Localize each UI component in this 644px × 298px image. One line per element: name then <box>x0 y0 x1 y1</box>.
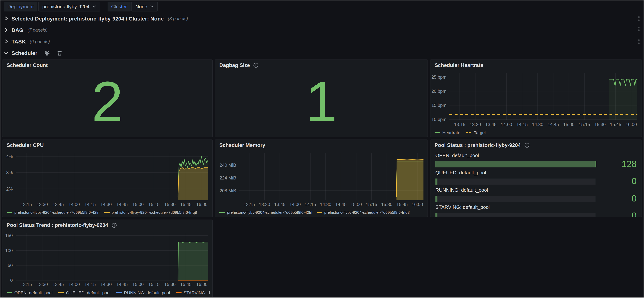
svg-text:13:45: 13:45 <box>274 202 286 207</box>
legend-label: prehistoric-flyby-9204-scheduler-7d69b5f… <box>227 210 312 215</box>
legend-swatch <box>316 212 322 213</box>
panel-header[interactable]: Pool Status Trend : prehistoric-flyby-92… <box>2 220 212 231</box>
svg-text:14:00: 14:00 <box>68 202 80 207</box>
memory-chart: 13:1513:3013:4514:0014:1514:3014:4515:00… <box>215 151 428 208</box>
legend-label: OPEN: default_pool <box>14 290 52 295</box>
legend-item[interactable]: prehistoric-flyby-9204-scheduler-7d69b5f… <box>104 210 197 215</box>
panel-scheduler-heartrate: Scheduler Heartrate 13:1513:3013:4514:00… <box>430 59 642 137</box>
panel-title-text: Pool Status Trend : prehistoric-flyby-92… <box>6 222 108 228</box>
legend-swatch <box>219 212 225 213</box>
bar-gauge-running: RUNNING: default_pool 0 <box>435 187 637 202</box>
chevron-right-icon <box>4 16 9 21</box>
svg-text:15:30: 15:30 <box>164 202 176 207</box>
svg-text:14:30: 14:30 <box>100 202 112 207</box>
legend-item[interactable]: prehistoric-flyby-9204-scheduler-7d69b5f… <box>6 210 100 215</box>
row-header-dag[interactable]: DAG (7 panels) <box>0 24 644 36</box>
chevron-down-icon <box>150 5 154 7</box>
row-title: DAG <box>12 27 23 33</box>
panel-scheduler-cpu: Scheduler CPU 13:1513:3013:4514:0014:151… <box>2 140 213 217</box>
svg-text:150: 150 <box>5 233 13 238</box>
legend-label: STARVING: default_pool <box>184 290 210 295</box>
drag-handle-icon[interactable] <box>637 38 641 45</box>
svg-text:14:15: 14:15 <box>516 122 528 127</box>
svg-text:14:15: 14:15 <box>305 202 316 207</box>
legend-item[interactable]: prehistoric-flyby-9204-scheduler-7d69b5f… <box>219 210 312 215</box>
panel-title-text: Scheduler Memory <box>219 142 265 148</box>
gear-icon[interactable] <box>44 50 50 56</box>
info-icon[interactable] <box>524 142 530 148</box>
panel-grid: Scheduler Count 2 Dagbag Size 1 Schedule… <box>0 59 644 297</box>
svg-text:14:00: 14:00 <box>68 282 80 287</box>
svg-text:14:30: 14:30 <box>320 202 331 207</box>
svg-text:14:45: 14:45 <box>548 122 559 127</box>
heartrate-chart: 13:1513:3013:4514:0014:1514:3014:4515:00… <box>430 70 642 128</box>
pool-trend-chart: 13:1513:3013:4514:0014:1514:3014:4515:00… <box>2 231 212 289</box>
heartrate-plot: 13:1513:3013:4514:0014:1514:3014:4515:00… <box>430 70 642 128</box>
panel-title-text: Scheduler Heartrate <box>434 62 484 68</box>
gauge-fill <box>435 161 596 167</box>
gauge-label: STARVING: default_pool <box>435 204 637 211</box>
svg-text:224 MiB: 224 MiB <box>220 175 236 180</box>
panel-title-text: Dagbag Size <box>219 62 250 68</box>
legend-item[interactable]: STARVING: default_pool <box>176 290 210 295</box>
svg-text:10 bpm: 10 bpm <box>432 117 446 122</box>
gauge-label: RUNNING: default_pool <box>435 187 637 193</box>
panel-scheduler-count: Scheduler Count 2 <box>2 59 213 137</box>
legend-swatch <box>116 292 122 293</box>
info-icon[interactable] <box>112 222 117 228</box>
variables-bar: Deployment prehistoric-flyby-9204 Cluste… <box>0 0 644 13</box>
panel-title-text: Pool Status : prehistoric-flyby-9204 <box>434 142 521 148</box>
svg-text:15:30: 15:30 <box>381 202 392 207</box>
memory-legend: prehistoric-flyby-9204-scheduler-7d69b5f… <box>219 209 425 215</box>
panel-header[interactable]: Scheduler CPU <box>2 140 212 151</box>
legend-item[interactable]: Heartrate <box>434 130 460 135</box>
legend-item[interactable]: prehistoric-flyby-9204-scheduler-7d69b5f… <box>316 210 410 215</box>
row-header-task[interactable]: TASK (6 panels) <box>0 36 644 47</box>
memory-plot: 13:1513:3013:4514:0014:1514:3014:4515:00… <box>215 151 428 208</box>
panel-title-text: Scheduler Count <box>6 62 48 68</box>
panel-header[interactable]: Pool Status : prehistoric-flyby-9204 <box>430 140 642 151</box>
svg-text:15:15: 15:15 <box>148 282 160 287</box>
legend-item[interactable]: RUNNING: default_pool <box>116 290 170 295</box>
svg-text:14:45: 14:45 <box>116 282 128 287</box>
gauge-value: 0 <box>600 212 637 217</box>
svg-text:13:30: 13:30 <box>470 122 481 127</box>
gauge-label: OPEN: default_pool <box>435 153 637 159</box>
svg-text:15 bpm: 15 bpm <box>432 103 446 108</box>
svg-text:15:00: 15:00 <box>132 282 144 287</box>
info-icon[interactable] <box>253 62 259 68</box>
chevron-right-icon <box>4 39 9 44</box>
variable-deployment-picker[interactable]: prehistoric-flyby-9204 <box>38 1 100 11</box>
row-header-selected-deployment[interactable]: Selected Deployment: prehistoric-flyby-9… <box>0 13 644 24</box>
svg-text:3%: 3% <box>6 170 13 175</box>
legend-item[interactable]: OPEN: default_pool <box>6 290 52 295</box>
trash-icon[interactable] <box>57 50 62 56</box>
legend-item[interactable]: QUEUED: default_pool <box>58 290 110 295</box>
svg-text:208 MiB: 208 MiB <box>220 188 236 193</box>
panel-header[interactable]: Scheduler Heartrate <box>430 60 642 70</box>
svg-text:0: 0 <box>10 278 12 283</box>
legend-swatch <box>104 212 110 213</box>
legend-label: Target <box>474 130 486 135</box>
gauge-value: 128 <box>600 160 637 168</box>
drag-handle-icon[interactable] <box>637 27 641 33</box>
variable-cluster-picker[interactable]: None <box>131 1 158 11</box>
row-panel-count: (7 panels) <box>28 27 48 32</box>
bar-gauge-starving: STARVING: default_pool 0 <box>435 204 637 217</box>
bar-gauge-open: OPEN: default_pool 128 <box>435 153 637 168</box>
svg-text:14:00: 14:00 <box>501 122 512 127</box>
svg-text:240 MiB: 240 MiB <box>220 163 236 168</box>
legend-item[interactable]: Target <box>466 130 486 135</box>
gauge-fill <box>435 178 438 185</box>
svg-text:16:00: 16:00 <box>196 282 208 287</box>
panel-dagbag-size: Dagbag Size 1 <box>215 59 428 137</box>
variable-cluster-value: None <box>136 2 147 11</box>
row-header-scheduler[interactable]: Scheduler <box>0 47 644 59</box>
row-panel-count: (3 panels) <box>168 16 188 21</box>
row-panel-count: (6 panels) <box>30 39 50 44</box>
legend-label: Heartrate <box>442 130 460 135</box>
panel-header[interactable]: Scheduler Memory <box>215 140 428 151</box>
svg-text:15:45: 15:45 <box>180 202 192 207</box>
row-title: Scheduler <box>12 50 37 56</box>
drag-handle-icon[interactable] <box>637 15 641 22</box>
